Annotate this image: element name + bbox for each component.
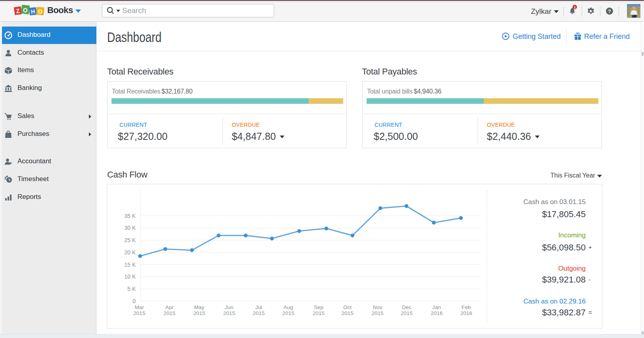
svg-text:2015: 2015 (193, 310, 205, 316)
svg-text:20 K: 20 K (124, 249, 136, 256)
svg-text:Jun: Jun (225, 304, 234, 310)
svg-text:Dec: Dec (402, 304, 411, 310)
svg-text:0: 0 (133, 298, 136, 304)
svg-text:O: O (23, 6, 28, 13)
svg-text:35 K: 35 K (124, 213, 136, 219)
svg-text:Aug: Aug (284, 304, 293, 310)
svg-text:2015: 2015 (313, 310, 325, 316)
svg-text:H: H (31, 8, 35, 15)
svg-text:10 K: 10 K (124, 273, 136, 280)
svg-text:2015: 2015 (371, 310, 383, 316)
svg-text:Nov: Nov (373, 304, 382, 310)
svg-text:2016: 2016 (431, 310, 442, 316)
svg-text:2015: 2015 (401, 310, 413, 316)
svg-text:Feb: Feb (461, 304, 471, 310)
svg-text:25 K: 25 K (124, 237, 136, 243)
svg-text:2016: 2016 (460, 310, 472, 316)
svg-text:2015: 2015 (223, 310, 235, 316)
svg-text:15 K: 15 K (124, 262, 136, 268)
svg-text:Apr: Apr (165, 304, 174, 310)
svg-text:2015: 2015 (133, 310, 145, 316)
svg-text:Jan: Jan (433, 304, 441, 310)
svg-text:2015: 2015 (253, 310, 265, 316)
svg-text:2015: 2015 (283, 310, 294, 316)
svg-text:Oct: Oct (343, 304, 352, 310)
svg-text:May: May (194, 304, 204, 310)
svg-text:2015: 2015 (163, 310, 175, 316)
svg-text:Mar: Mar (135, 304, 144, 310)
svg-text:O: O (38, 8, 42, 15)
svg-text:5 K: 5 K (127, 286, 136, 292)
svg-text:2015: 2015 (342, 310, 354, 316)
svg-text:Jul: Jul (255, 304, 262, 310)
svg-text:Sep: Sep (314, 304, 323, 310)
svg-text:30 K: 30 K (124, 225, 136, 231)
